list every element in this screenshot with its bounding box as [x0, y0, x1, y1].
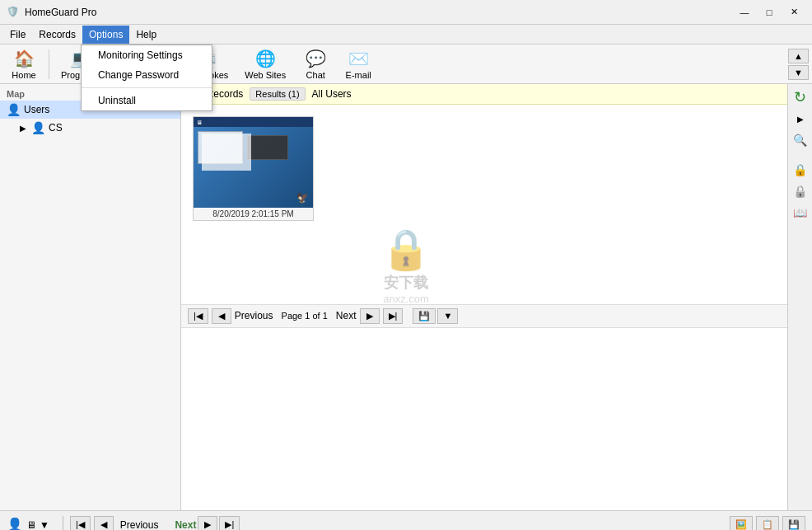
prev-label: Previous: [235, 310, 273, 321]
next-page-button[interactable]: ▶: [360, 308, 380, 324]
sidebar-users-label: Users: [24, 104, 49, 115]
save-dropdown-button[interactable]: ▼: [437, 308, 458, 324]
menu-file[interactable]: File: [3, 26, 32, 44]
content-area: File Records Results (1) All Users 🖥 🦅: [181, 84, 787, 510]
title-bar: 🛡️ HomeGuard Pro — □ ✕: [0, 0, 812, 25]
bottom-separator: [63, 516, 63, 531]
toolbar-email[interactable]: ✉️ E-mail: [338, 46, 379, 82]
prev-page-button[interactable]: ◀: [212, 308, 231, 324]
lock-gray-icon[interactable]: 🔒: [791, 181, 810, 201]
scroll-right-icon[interactable]: ▶: [791, 109, 810, 129]
bottom-toolbar: 👤 🖥 ▼ |◀ ◀ Previous Next ▶ ▶| 🖼️ 📋 💾: [0, 510, 812, 530]
book-icon[interactable]: 📖: [791, 203, 810, 223]
bottom-last-button[interactable]: ▶|: [219, 516, 240, 531]
next-label: Next: [336, 310, 357, 321]
dropdown-separator: [82, 87, 212, 88]
filter-results-tag: Results (1): [250, 87, 305, 101]
toolbar-sep-1: [49, 49, 49, 79]
toolbar-scroll-up[interactable]: ▲: [788, 49, 809, 63]
dropdown-arrow-icon: ▼: [40, 519, 49, 531]
filter-bar: File Records Results (1) All Users: [181, 84, 787, 105]
bottom-save-area: 🖼️ 📋 💾: [730, 516, 805, 531]
filter-all-users: All Users: [312, 88, 352, 100]
app-title: HomeGuard Pro: [25, 7, 733, 18]
sidebar: Map 👤 Users ▶ 👤 CS: [0, 84, 181, 510]
menu-change-password[interactable]: Change Password: [82, 65, 212, 85]
window-controls: — □ ✕: [733, 4, 805, 21]
websites-icon: 🌐: [255, 49, 276, 68]
chat-icon: 💬: [306, 49, 326, 68]
minimize-button[interactable]: —: [733, 4, 756, 21]
refresh-icon[interactable]: ↻: [791, 87, 810, 107]
menu-records[interactable]: Records: [32, 26, 82, 44]
content-empty-area: [181, 328, 787, 511]
toolbar-websites[interactable]: 🌐 Web Sites: [237, 46, 293, 82]
menu-monitoring-settings[interactable]: Monitoring Settings: [82, 45, 212, 65]
screenshot-thumbnail[interactable]: 🖥 🦅 8/20/2019 2:01:15 PM: [193, 116, 314, 221]
email-icon: ✉️: [348, 49, 369, 68]
toolbar-websites-label: Web Sites: [245, 70, 286, 80]
expand-icon: ▶: [20, 124, 26, 133]
home-icon: 🏠: [14, 49, 35, 68]
toolbar-chat[interactable]: 💬 Chat: [295, 46, 336, 82]
pagination-bar: |◀ ◀ Previous Page 1 of 1 Next ▶ ▶| 💾 ▼: [181, 304, 787, 328]
menu-help[interactable]: Help: [129, 26, 163, 44]
sidebar-cs-label: CS: [49, 122, 63, 134]
bottom-previous-label: Previous: [117, 519, 162, 531]
sidebar-item-cs[interactable]: ▶ 👤 CS: [0, 119, 180, 137]
first-page-button[interactable]: |◀: [188, 308, 208, 324]
toolbar-home-label: Home: [12, 70, 35, 80]
bottom-copy-button[interactable]: 📋: [756, 516, 779, 531]
screenshot-date: 8/20/2019 2:01:15 PM: [194, 208, 313, 220]
bottom-save-button[interactable]: 💾: [782, 516, 805, 531]
page-info: Page 1 of 1: [282, 311, 328, 321]
bottom-image-button[interactable]: 🖼️: [730, 516, 753, 531]
monitor-icon: 🖥: [26, 519, 36, 531]
bottom-next-group: Next ▶ ▶|: [175, 516, 240, 531]
bottom-next-label: Next: [175, 519, 196, 531]
right-panel: ↻ ▶ 🔍 🔒 🔒 📖: [787, 84, 812, 510]
toolbar-right: ▲ ▼: [788, 49, 809, 80]
user-icon: 👤: [7, 103, 21, 116]
save-button[interactable]: 💾: [413, 308, 436, 324]
main-layout: Map 👤 Users ▶ 👤 CS File Records Results …: [0, 84, 812, 510]
toolbar-chat-label: Chat: [306, 70, 325, 80]
toolbar-email-label: E-mail: [346, 70, 371, 80]
last-page-button[interactable]: ▶|: [383, 308, 404, 324]
lock-yellow-icon[interactable]: 🔒: [791, 160, 810, 180]
toolbar-home[interactable]: 🏠 Home: [3, 46, 44, 82]
close-button[interactable]: ✕: [782, 4, 805, 21]
menu-bar: File Records Options Help: [0, 25, 812, 45]
cs-user-icon: 👤: [31, 121, 45, 134]
user-area: 👤 🖥 ▼: [7, 517, 49, 530]
menu-uninstall[interactable]: Uninstall: [82, 91, 212, 110]
maximize-button[interactable]: □: [758, 4, 781, 21]
find-user-icon[interactable]: 🔍: [791, 130, 810, 150]
save-controls: 💾 ▼: [413, 308, 458, 324]
options-dropdown: Monitoring Settings Change Password Unin…: [81, 45, 212, 111]
app-icon: 🛡️: [7, 6, 20, 19]
screenshot-image: 🖥 🦅: [194, 117, 313, 208]
screenshot-area: 🖥 🦅 8/20/2019 2:01:15 PM: [181, 105, 787, 304]
bottom-prev-button[interactable]: ◀: [94, 516, 114, 531]
user-avatar-icon: 👤: [7, 517, 23, 530]
toolbar-scroll-down[interactable]: ▼: [788, 65, 809, 80]
menu-options[interactable]: Options: [82, 26, 129, 44]
bottom-next-button[interactable]: ▶: [198, 516, 217, 531]
bottom-first-button[interactable]: |◀: [70, 516, 91, 531]
